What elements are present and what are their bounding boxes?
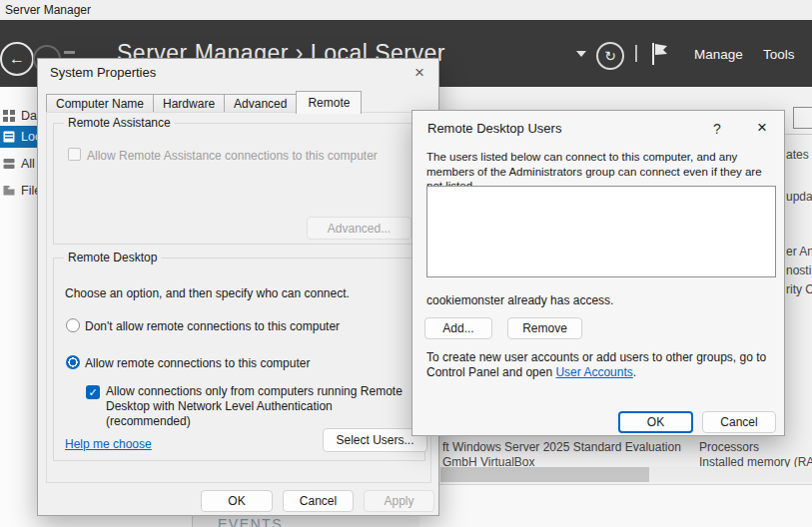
menu-tools[interactable]: Tools [763, 47, 795, 62]
bg-fragment-update: upda [786, 190, 812, 204]
logo-fragment [64, 51, 75, 54]
user-accounts-link[interactable]: User Accounts [555, 365, 632, 379]
help-icon[interactable]: ? [713, 121, 721, 137]
advanced-button[interactable]: Advanced... [307, 217, 411, 240]
panel-divider-line [785, 134, 812, 135]
refresh-icon: ↻ [604, 48, 616, 64]
header-separator [635, 45, 637, 62]
access-status-text: cookiemonster already has access. [426, 293, 613, 307]
chevron-down-icon[interactable] [576, 51, 586, 57]
dialog-title: System Properties [50, 65, 156, 80]
local-server-icon [3, 131, 15, 143]
ok-button[interactable]: OK [618, 411, 693, 433]
remote-assistance-checkbox[interactable] [68, 148, 81, 161]
back-arrow-icon: ← [9, 50, 25, 68]
window-titlebar: Server Manager [0, 0, 812, 21]
events-heading: EVENTS [218, 516, 283, 527]
bg-fragment-antivirus: er An [786, 245, 812, 259]
tab-hardware[interactable]: Hardware [153, 94, 225, 113]
bg-fragment-diagnostics: nosti [786, 264, 811, 277]
all-servers-icon [3, 158, 15, 170]
nla-checkbox-label[interactable]: Allow connections only from computers ru… [106, 384, 413, 429]
ok-button[interactable]: OK [201, 490, 273, 512]
back-button[interactable]: ← [0, 42, 34, 76]
cancel-button[interactable]: Cancel [702, 411, 776, 433]
remove-button[interactable]: Remove [507, 317, 582, 339]
system-properties-dialog: System Properties × Computer Name Hardwa… [37, 58, 439, 516]
bg-os-version-value: ft Windows Server 2025 Standard Evaluati… [442, 440, 681, 454]
group-legend: Remote Desktop [64, 251, 161, 264]
screen: { "window": { "title": "Server Manager" … [0, 0, 812, 527]
users-listbox[interactable] [426, 186, 776, 277]
tab-remote[interactable]: Remote [296, 91, 362, 114]
user-accounts-note: To create new user accounts or add users… [426, 350, 778, 380]
note-text-end: . [633, 365, 636, 379]
sidebar-item-label: All [21, 157, 35, 171]
tab-advanced[interactable]: Advanced [224, 94, 297, 113]
file-storage-icon [3, 185, 15, 197]
dialog-title: Remote Desktop Users [427, 121, 561, 136]
remote-assistance-checkbox-label[interactable]: Allow Remote Assistance connections to t… [87, 149, 378, 163]
refresh-button[interactable]: ↻ [596, 42, 624, 70]
bg-processors-label: Processors [699, 440, 759, 454]
tab-strip: Computer Name Hardware Advanced Remote [46, 90, 361, 113]
close-icon[interactable]: × [757, 119, 767, 136]
events-panel [419, 484, 812, 527]
menu-manage[interactable]: Manage [694, 47, 743, 62]
radio-allow[interactable] [66, 355, 80, 369]
radio-allow-label[interactable]: Allow remote connections to this compute… [85, 356, 310, 370]
notifications-flag-icon[interactable] [649, 42, 669, 66]
remote-desktop-instruction: Choose an option, and then specify who c… [65, 286, 350, 300]
dashboard-grid-icon [3, 110, 15, 122]
remote-desktop-users-dialog: Remote Desktop Users ? × The users liste… [411, 110, 785, 436]
radio-dont-allow-label[interactable]: Don't allow remote connections to this c… [85, 319, 340, 333]
nla-checkbox[interactable]: ✓ [86, 385, 100, 399]
tab-computer-name[interactable]: Computer Name [46, 94, 154, 113]
cancel-button[interactable]: Cancel [283, 490, 354, 512]
bg-fragment-updates: ates [786, 148, 809, 162]
tasks-button-fragment[interactable] [793, 107, 812, 129]
bg-fragment-security-config: rity C [786, 282, 812, 296]
horizontal-scrollbar-thumb[interactable] [440, 467, 649, 482]
help-me-choose-link[interactable]: Help me choose [65, 437, 152, 451]
close-icon[interactable]: × [414, 64, 424, 81]
add-button[interactable]: Add... [424, 317, 492, 339]
group-legend: Remote Assistance [64, 116, 175, 130]
radio-dont-allow[interactable] [66, 318, 80, 332]
window-title: Server Manager [5, 3, 91, 17]
apply-button[interactable]: Apply [364, 490, 434, 512]
